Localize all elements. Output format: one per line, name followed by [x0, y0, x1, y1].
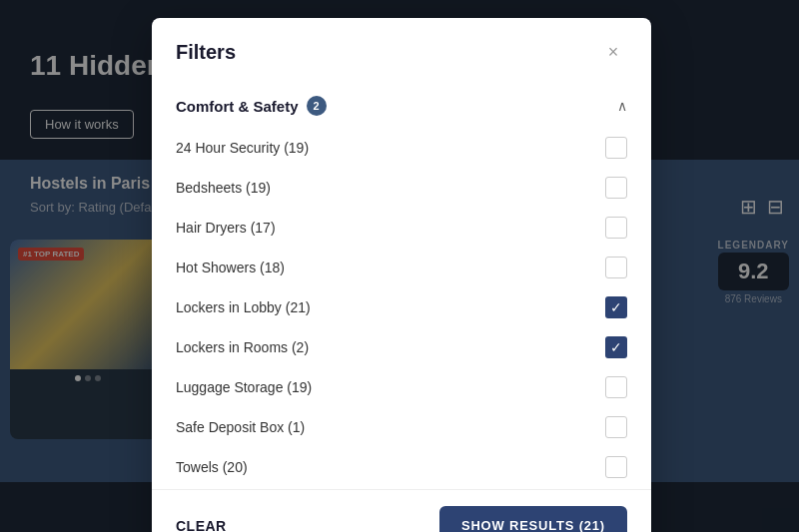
checkbox-safe-deposit-box[interactable]	[605, 416, 627, 438]
clear-button[interactable]: CLEAR	[176, 518, 227, 533]
filter-item-towels[interactable]: Towels (20)	[176, 447, 627, 481]
modal-header: Filters ×	[152, 18, 651, 82]
filter-label-safe-deposit-box: Safe Deposit Box (1)	[176, 419, 305, 435]
filter-item-safe-deposit-box[interactable]: Safe Deposit Box (1)	[176, 407, 627, 447]
filters-modal: Filters × Comfort & Safety 2 ∧ 24 Hour S…	[152, 18, 651, 532]
checkbox-bedsheets[interactable]	[605, 177, 627, 199]
filter-label-hot-showers: Hot Showers (18)	[176, 260, 285, 275]
comfort-safety-section-header[interactable]: Comfort & Safety 2 ∧	[176, 82, 627, 128]
filter-label-lockers-lobby: Lockers in Lobby (21)	[176, 299, 311, 315]
checkbox-lockers-rooms[interactable]: ✓	[605, 336, 627, 358]
modal-title: Filters	[176, 41, 236, 64]
comfort-safety-badge: 2	[307, 96, 327, 116]
close-button[interactable]: ×	[599, 38, 627, 66]
checkbox-hot-showers[interactable]	[605, 257, 627, 278]
filter-label-lockers-rooms: Lockers in Rooms (2)	[176, 339, 309, 355]
checkbox-24hr-security[interactable]	[605, 137, 627, 159]
comfort-safety-list: 24 Hour Security (19) Bedsheets (19) Hai…	[176, 128, 627, 481]
checkbox-hair-dryers[interactable]	[605, 217, 627, 239]
checkbox-luggage-storage[interactable]	[605, 376, 627, 398]
comfort-safety-title: Comfort & Safety	[176, 98, 299, 115]
filter-label-24hr-security: 24 Hour Security (19)	[176, 140, 309, 156]
filter-item-lockers-lobby[interactable]: Lockers in Lobby (21) ✓	[176, 287, 627, 327]
modal-body: Comfort & Safety 2 ∧ 24 Hour Security (1…	[152, 82, 651, 481]
filter-label-towels: Towels (20)	[176, 459, 248, 475]
filter-item-24hr-security[interactable]: 24 Hour Security (19)	[176, 128, 627, 168]
modal-footer: CLEAR SHOW RESULTS (21)	[152, 489, 651, 532]
filter-label-hair-dryers: Hair Dryers (17)	[176, 220, 276, 236]
checkbox-towels[interactable]	[605, 456, 627, 478]
show-results-button[interactable]: SHOW RESULTS (21)	[439, 506, 627, 532]
filter-item-hot-showers[interactable]: Hot Showers (18)	[176, 248, 627, 287]
checkbox-lockers-lobby[interactable]: ✓	[605, 296, 627, 318]
filter-label-luggage-storage: Luggage Storage (19)	[176, 379, 312, 395]
filter-label-bedsheets: Bedsheets (19)	[176, 180, 271, 196]
section-title-wrap: Comfort & Safety 2	[176, 96, 327, 116]
comfort-safety-chevron: ∧	[617, 98, 627, 114]
filter-item-hair-dryers[interactable]: Hair Dryers (17)	[176, 208, 627, 248]
filter-item-luggage-storage[interactable]: Luggage Storage (19)	[176, 367, 627, 407]
filter-item-lockers-rooms[interactable]: Lockers in Rooms (2) ✓	[176, 327, 627, 367]
filter-item-bedsheets[interactable]: Bedsheets (19)	[176, 168, 627, 208]
